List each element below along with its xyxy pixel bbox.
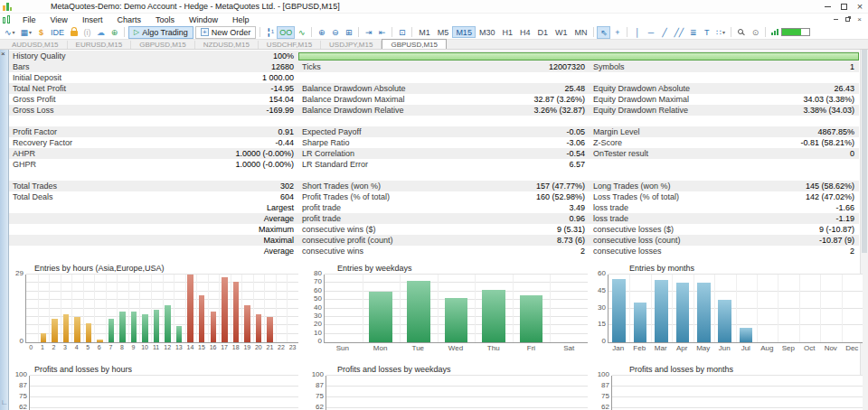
deposit-button[interactable]: $ [34, 26, 48, 39]
x-axis-label: 12 [162, 344, 174, 350]
zoom-out-button[interactable]: ⊖ [328, 26, 342, 39]
fibonacci-button[interactable]: ≣ [686, 26, 700, 39]
x-axis-label: Wed [437, 344, 475, 352]
tile-windows-button[interactable]: ⊞ [342, 26, 355, 39]
menu-file[interactable]: File [15, 15, 43, 24]
section-spacer [9, 170, 859, 181]
menu-help[interactable]: Help [225, 15, 257, 24]
tab-NZDUSD-M15[interactable]: NZDUSD,M15 [195, 41, 259, 49]
vertical-line-button[interactable]: │ [630, 26, 644, 39]
y-axis-label: 62 [601, 404, 609, 410]
menu-window[interactable]: Window [182, 15, 225, 24]
menu-tools[interactable]: Tools [148, 15, 182, 24]
toolbar-separator [593, 27, 594, 37]
x-axis-label: 2 [48, 344, 60, 350]
history-button[interactable]: ⊙ [749, 26, 762, 39]
line-chart-mode-button[interactable]: ∿ [295, 26, 308, 39]
cloud-button[interactable]: ☁ [94, 26, 108, 39]
timeframe-M1[interactable]: M1 [415, 26, 434, 38]
bar-chart-button[interactable]: ╏¹ [263, 26, 277, 39]
chart-type-button[interactable]: ∿▾ [2, 26, 18, 39]
timeframe-H4[interactable]: H4 [516, 26, 534, 38]
bar-16 [211, 312, 217, 342]
bar-10 [142, 314, 148, 342]
stat-value: -3.06 [476, 137, 590, 148]
timeframe-M15[interactable]: M15 [452, 26, 476, 38]
toolbar-separator [124, 27, 125, 37]
timeframe-W1[interactable]: W1 [552, 26, 571, 38]
algo-trading-button[interactable]: ▷Algo Trading [128, 26, 193, 39]
cursor-button[interactable]: ⇖ [597, 26, 610, 39]
new-order-button[interactable]: +New Order [195, 26, 257, 39]
y-axis-label: 60 [598, 270, 606, 277]
algo-trading-label: Algo Trading [142, 28, 188, 37]
chart-shift-button[interactable]: ⇥ [362, 26, 375, 39]
auto-scroll-button[interactable]: ⇤ [375, 26, 389, 39]
stat-label [9, 213, 181, 224]
y-axis-label: 75 [601, 393, 609, 400]
timeframe-D1[interactable]: D1 [533, 26, 552, 38]
chart-title: Entries by hours (Asia,Europe,USA) [11, 264, 298, 273]
chart-template-button[interactable]: ▦▾ [18, 26, 35, 39]
tab-active-GBPUSD-M15[interactable]: GBPUSD,M15 [382, 39, 447, 49]
vps-button[interactable]: ⊕ [108, 26, 121, 39]
stat-value [761, 72, 859, 83]
tab-AUDUSD-M15[interactable]: AUDUSD,M15 [4, 41, 68, 49]
stat-value: 1 000.00 [181, 72, 298, 83]
timeframe-H1[interactable]: H1 [498, 26, 516, 38]
shapes-button[interactable]: ∷▾ [713, 26, 728, 39]
child-restore-button[interactable] [842, 15, 854, 24]
stat-value: 302 [181, 181, 298, 191]
maximize-button[interactable] [835, 0, 852, 13]
menu-charts[interactable]: Charts [109, 15, 148, 24]
bars-mode-button[interactable]: OO [277, 26, 295, 39]
timeframe-MN[interactable]: MN [571, 26, 590, 38]
horizontal-line-button[interactable]: ─ [644, 26, 657, 39]
lock-button[interactable] [67, 26, 80, 39]
stat-value: -14.95 [181, 83, 298, 94]
stat-label: OnTester result [590, 148, 761, 159]
stat-value: -0.54 [476, 148, 590, 159]
child-minimize-button[interactable] [830, 15, 842, 24]
text-tool-button[interactable]: T [700, 26, 713, 39]
close-button[interactable]: × [852, 0, 868, 13]
x-axis-label: Sat [550, 344, 588, 352]
scrollbar-thumb[interactable] [862, 50, 867, 253]
timeframe-M5[interactable]: M5 [434, 26, 453, 38]
screenshot-button[interactable]: ⊡ [395, 26, 409, 39]
stat-label: History Quality [9, 51, 181, 61]
tab-USDJPY-M15[interactable]: USDJPY,M15 [321, 41, 382, 49]
bar-21 [267, 317, 273, 342]
zoom-in-button[interactable]: ⊕ [315, 26, 328, 39]
channel-button[interactable]: ╱╱ [671, 26, 686, 39]
stat-value: -10.87 (9) [761, 235, 859, 246]
menu-view[interactable]: View [43, 15, 75, 24]
signals-button[interactable]: (i) [80, 26, 94, 39]
y-axis-label: 0 [602, 338, 606, 345]
stat-label: Equity Drawdown Relative [590, 105, 761, 116]
tab-USDCHF-M15[interactable]: USDCHF,M15 [259, 41, 321, 49]
child-close-button[interactable]: × [854, 15, 865, 24]
toolbar-separator [627, 27, 627, 37]
trendline-button[interactable]: ╱ [657, 26, 671, 39]
timeframe-M30[interactable]: M30 [476, 26, 499, 38]
stat-label [9, 246, 181, 256]
minimize-button[interactable] [819, 0, 835, 13]
metaeditor-ide-button[interactable]: IDE [48, 26, 67, 39]
crosshair-button[interactable]: + [610, 26, 624, 39]
bar-Feb [634, 303, 647, 342]
stat-label: Z-Score [590, 137, 761, 148]
x-axis-label: 20 [253, 344, 265, 350]
stat-value: 8.73 (6) [476, 235, 590, 246]
menu-insert[interactable]: Insert [75, 15, 110, 24]
y-axis-label: 0 [318, 338, 322, 345]
search-button[interactable] [734, 26, 749, 39]
vertical-scrollbar[interactable] [860, 50, 868, 410]
chart-title: Entries by weekdays [307, 264, 588, 273]
tab-GBPUSD-M15[interactable]: GBPUSD,M15 [131, 41, 195, 49]
stat-label: Sharpe Ratio [298, 137, 476, 148]
stat-row: Total Net Profit-14.95Balance Drawdown A… [9, 83, 859, 94]
stat-value: 2 [761, 246, 859, 256]
close-report-button[interactable]: × [1, 51, 5, 58]
tab-EURUSD-M15[interactable]: EURUSD,M15 [68, 41, 132, 49]
